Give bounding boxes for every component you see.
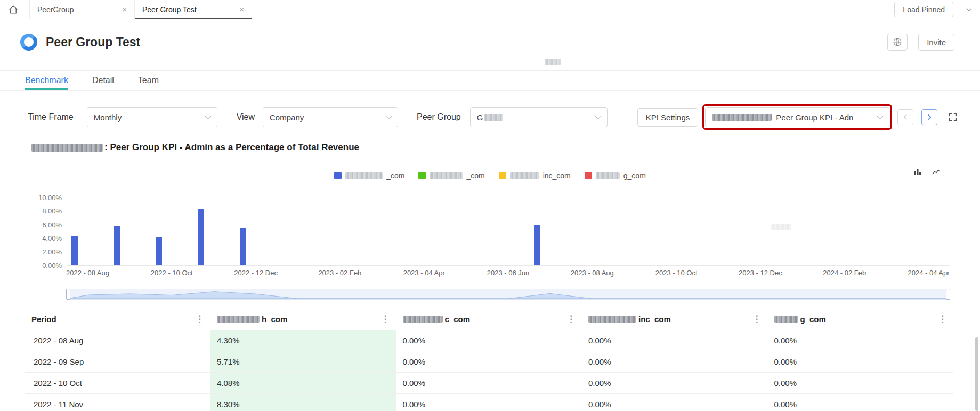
table-row[interactable]: 2022 - 09 Sep5.71%0.00%0.00%0.00% (25, 351, 953, 373)
legend-item[interactable]: _com (334, 171, 404, 180)
vertical-scrollbar[interactable] (975, 337, 978, 411)
y-axis-label: 10.00% (16, 194, 62, 202)
redacted-text (596, 172, 620, 179)
range-handle-right[interactable] (946, 289, 950, 300)
filter-bar: Time Frame Monthly View Company Peer Gro… (0, 105, 980, 129)
globe-button[interactable] (887, 34, 908, 51)
tab-benchmark[interactable]: Benchmark (25, 71, 68, 90)
bar-2022-11Nov[interactable] (198, 209, 204, 265)
separator (25, 5, 25, 14)
x-axis-label: 2023 - 12 Dec (723, 269, 798, 277)
range-handle-left[interactable] (66, 289, 70, 300)
value-cell: 0.00% (396, 330, 582, 351)
load-pinned-button[interactable]: Load Pinned (894, 2, 953, 17)
period-cell: 2022 - 09 Sep (25, 351, 210, 373)
value-cell: 0.00% (582, 394, 768, 411)
value-cell: 0.00% (768, 330, 954, 351)
close-icon[interactable]: × (111, 5, 127, 14)
tab-detail[interactable]: Detail (92, 71, 114, 90)
y-axis-label: 4.00% (16, 234, 62, 242)
value-cell: 0.00% (396, 351, 582, 373)
redacted-text (510, 172, 539, 179)
chart-title-text: : Peer Group KPI - Admin as a Percentage… (104, 142, 359, 153)
tab-team[interactable]: Team (138, 71, 159, 90)
app-window: PeerGroup × Peer Group Test × Load Pinne… (0, 0, 980, 411)
x-axis-label: 2023 - 02 Feb (303, 269, 377, 277)
legend-item[interactable]: _com (418, 171, 484, 180)
window-tab-bar: PeerGroup × Peer Group Test × Load Pinne… (0, 0, 980, 19)
fullscreen-icon[interactable] (947, 112, 958, 122)
y-axis-label: 6.00% (16, 221, 62, 229)
page-title: Peer Group Test (46, 35, 140, 50)
peer-group-select[interactable]: G (470, 107, 608, 127)
column-menu-icon[interactable]: ⋮ (566, 315, 576, 324)
column-label: g_com (800, 315, 826, 324)
invite-button[interactable]: Invite (918, 34, 954, 51)
chevron-down-icon (385, 112, 392, 119)
value-cell: 0.00% (396, 394, 582, 411)
value-cell: 5.71% (210, 351, 396, 373)
previous-kpi-button[interactable] (897, 109, 913, 125)
bar-2022-12Dec[interactable] (240, 228, 246, 265)
chevron-down-icon (205, 112, 212, 119)
chevron-down-icon (595, 112, 602, 119)
view-select[interactable]: Company (263, 107, 398, 127)
redacted-text (484, 114, 503, 121)
annotation-highlight-box: Peer Group KPI - Adn (702, 104, 892, 130)
column-menu-icon[interactable]: ⋮ (752, 315, 762, 324)
y-axis-label: 8.00% (16, 207, 62, 215)
bar-2022-09Sep[interactable] (114, 226, 120, 265)
window-tab-peergroup[interactable]: PeerGroup × (29, 0, 135, 19)
column-menu-icon[interactable]: ⋮ (381, 315, 390, 324)
redacted-text (588, 316, 636, 323)
chart-title: : Peer Group KPI - Admin as a Percentage… (31, 142, 359, 153)
redacted-text (430, 172, 463, 179)
app-logo (20, 34, 37, 51)
bar-2023-07Jul[interactable] (534, 225, 540, 265)
period-cell: 2022 - 10 Oct (25, 373, 210, 394)
column-menu-icon[interactable]: ⋮ (195, 315, 204, 324)
section-tabs: Benchmark Detail Team (0, 71, 980, 91)
legend-item[interactable]: g_com (585, 171, 646, 180)
benchmark-table: Period⋮h_com⋮c_com⋮inc_com⋮g_com⋮ 2022 -… (25, 309, 953, 411)
value-cell: 4.08% (210, 373, 396, 394)
redacted-text (345, 172, 383, 179)
close-icon[interactable]: × (229, 5, 244, 14)
time-frame-value: Monthly (94, 113, 122, 122)
kpi-settings-button[interactable]: KPI Settings (637, 108, 699, 127)
table-row[interactable]: 2022 - 11 Nov8.30%0.00%0.00%0.00% (25, 394, 953, 411)
table-header-cell: h_com⋮ (210, 309, 396, 330)
legend-item[interactable]: inc_com (499, 171, 571, 180)
redacted-text (403, 316, 443, 323)
window-tab-label: PeerGroup (37, 5, 74, 14)
home-icon[interactable] (0, 0, 25, 19)
x-axis-label: 2023 - 06 Jun (471, 269, 546, 277)
bar-2022-10Oct[interactable] (156, 237, 162, 265)
column-menu-icon[interactable]: ⋮ (938, 315, 947, 324)
bar-chart-plot-area (67, 198, 950, 266)
column-label: Period (31, 315, 56, 324)
table-row[interactable]: 2022 - 10 Oct4.08%0.00%0.00%0.00% (25, 373, 953, 394)
table-header-cell: inc_com⋮ (582, 309, 768, 330)
table-row[interactable]: 2022 - 08 Aug4.30%0.00%0.00%0.00% (25, 330, 953, 351)
period-cell: 2022 - 11 Nov (25, 394, 210, 411)
chart-type-toggle (913, 167, 942, 177)
bar-chart-icon[interactable] (913, 167, 922, 177)
chevron-down-icon[interactable] (965, 6, 973, 13)
peer-group-label: Peer Group (417, 112, 461, 122)
value-cell: 8.30% (210, 394, 396, 411)
chart-range-slider[interactable] (67, 289, 950, 300)
window-tab-peer-group-test[interactable]: Peer Group Test × (135, 0, 252, 19)
legend-swatch-icon (499, 172, 506, 179)
value-cell: 0.00% (582, 351, 768, 373)
next-kpi-button[interactable] (921, 109, 937, 125)
kpi-select[interactable]: Peer Group KPI - Adn (705, 107, 889, 127)
legend-label: inc_com (543, 171, 571, 180)
x-axis-label: 2024 - 04 Apr (892, 269, 966, 277)
chevron-down-icon (877, 112, 884, 119)
bar-2022-08Aug[interactable] (71, 236, 78, 265)
line-chart-icon[interactable] (931, 167, 942, 177)
topbar-right: Load Pinned (894, 0, 980, 19)
peer-group-value: G (477, 113, 483, 122)
time-frame-select[interactable]: Monthly (87, 107, 217, 127)
